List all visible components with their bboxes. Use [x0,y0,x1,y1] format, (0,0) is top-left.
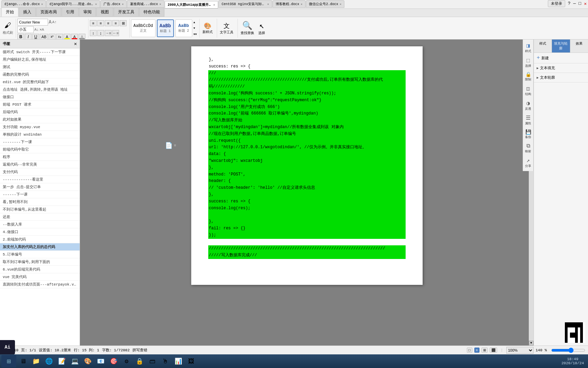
align-center-btn[interactable]: ≡ [97,20,104,26]
outline-item-15[interactable]: 返规代码--非常完美 [0,161,80,168]
outline-item-10[interactable]: 支付功能 mypay.vue [0,123,80,131]
style-sample-h2[interactable]: AaBb 标题 2 [175,19,192,37]
bold-btn[interactable]: B [17,34,24,40]
outline-item-11[interactable]: 单独的设计 wxdindan [0,131,80,138]
outline-item-14[interactable]: 程序 [0,153,80,161]
taskbar-app-10[interactable]: 🗃 [146,355,159,367]
outline-item-25[interactable]: 2.前端加代码 [0,236,80,243]
outline-item-9[interactable]: 此对如效果 [0,116,80,123]
outline-item-7[interactable]: 前端 POST 请求 [0,101,80,108]
ribbon-tab-3[interactable]: 引用 [62,7,79,17]
decrease-indent-btn[interactable]: ←≡ [112,30,119,36]
ribbon-tab-1[interactable]: 插入 [19,7,36,17]
view-btn-3[interactable]: ⊞ [481,348,488,353]
superscript-btn[interactable]: x² [49,34,55,40]
underline-btn[interactable]: U [32,34,39,40]
line-spacing-btn[interactable]: ↕ [90,30,97,36]
tab-item-1[interactable]: django我学习...用途.docx✕ [46,0,100,8]
outline-item-19[interactable]: ------下一课 [0,191,80,198]
zoom-select[interactable]: 显示级别 ▼ 75% 100% 125% 150% [506,347,534,354]
outline-item-32[interactable]: 直跳转到支付成功页面---afterpayok.vue [0,281,80,288]
tab-item-7[interactable]: 微信公众号2.docx✕ [306,0,344,8]
font-decrease-icon[interactable]: A↓ [34,28,39,32]
right-panel-new-btn[interactable]: + 新建 [534,53,588,63]
font-clear-icon[interactable]: ✕A [39,27,44,32]
outline-item-22[interactable]: 还差 [0,213,80,221]
taskbar-app-2[interactable]: 🌐 [43,355,55,367]
outline-item-20[interactable]: 看,暂时用不到 [0,198,80,206]
italic-btn[interactable]: I [25,34,32,40]
taskbar-app-0[interactable]: 🖥 [17,355,29,367]
select-btn[interactable]: ↖ 选择 [257,20,266,36]
outline-item-5[interactable]: 点击地址 选择,并跳转,并使用该 地址 [0,86,80,93]
outline-item-24[interactable]: 4.做接口 [0,228,80,236]
outline-item-4[interactable]: edit.vue 的完整代码如下 [0,78,80,86]
tab-item-0[interactable]: django...命令.docx✕ [1,0,46,8]
outline-item-13[interactable]: 前端代码中取它 [0,146,80,153]
outline-item-29[interactable]: 6.vue的后端完美代码 [0,266,80,273]
distributed-btn[interactable]: ⊞ [120,20,127,26]
tab-item-3[interactable]: 薯推商城...docx✕ [127,0,164,8]
view-btn-4[interactable]: ⬛ [490,348,497,353]
outline-item-17[interactable]: -------------看这里 [0,176,80,183]
outline-item-6[interactable]: 做接口 [0,93,80,101]
ribbon-tab-5[interactable]: 视图 [96,7,113,17]
minimize-icon[interactable]: — [573,1,576,6]
outline-item-21[interactable]: 不到订单编号,从这里看起 [0,206,80,213]
page-hint-btn[interactable]: 📄 ≡ [165,142,176,149]
justify-btn[interactable]: ≡ [112,20,119,26]
help-icon[interactable]: ? [568,1,571,6]
taskbar-app-3[interactable]: 📝 [56,355,68,367]
outline-item-3[interactable]: 函数的完整代码 [0,71,80,78]
tab-item-2[interactable]: 广告.docx✕ [100,0,127,8]
font-increase-icon[interactable]: A↑ [52,20,56,24]
text-tools-btn[interactable]: 文 文字工具 [218,21,235,35]
taskbar-app-12[interactable]: 📊 [172,355,184,367]
outline-item-1[interactable]: 用户编辑好之后,保存地址 [0,56,80,63]
taskbar-app-1[interactable]: 📁 [30,355,42,367]
taskbar-app-4[interactable]: 💻 [69,355,81,367]
outline-item-18[interactable]: 第一步 点击-提交订单 [0,183,80,191]
ribbon-tab-2[interactable]: 页面布局 [36,7,61,17]
ribbon-tab-7[interactable]: 特色功能 [139,7,164,17]
ai-floating-btn[interactable]: Ai [0,340,15,354]
taskbar-app-7[interactable]: 🎯 [108,355,120,367]
right-tab-fill[interactable]: 填充与轮廓 [552,40,570,52]
tab-item-5[interactable]: CentOS8 nginx安装与卸载...看这里,我的网站的修改.docx✕ [218,0,272,8]
outline-item-30[interactable]: vue 完美代码 [0,273,80,281]
outline-item-12[interactable]: --------下一课 [0,138,80,146]
tab-item-4[interactable]: 2000人大群uniapp直播开发文档给学员高阶顶级.docx✕ [165,1,218,9]
right-section-text-outline[interactable]: ▶ 文本轮廓 [534,73,588,82]
right-tab-effect[interactable]: 效果 [570,40,588,52]
outline-item-16[interactable]: 支付代码 [0,168,80,176]
find-replace-btn[interactable]: 🔍 查找替换 [239,20,256,36]
outline-item-27[interactable]: 5.订单编号 [0,251,80,258]
taskbar-app-9[interactable]: 🔒 [133,355,146,367]
font-color-btn[interactable]: A [71,34,78,40]
outline-item-8[interactable]: 后端代码 [0,108,80,116]
view-btn-1[interactable]: □ [467,348,472,353]
new-style-btn[interactable]: 🎨 新样式 [201,21,214,35]
ribbon-tab-4[interactable]: 审阅 [79,7,96,17]
not-logged-btn[interactable]: 未登录 [548,0,565,7]
scroll-down-btn[interactable]: ▼ [529,341,534,346]
close-icon[interactable]: ✕ [584,1,587,6]
ribbon-tab-6[interactable]: 开发工具 [114,7,139,17]
style-sample-h1[interactable]: AaBb 标题 1 [157,19,174,37]
outline-close-icon[interactable]: ✕ [74,41,77,47]
outline-item-2[interactable]: 测试 [0,63,80,71]
taskbar-app-5[interactable]: 🎨 [82,355,94,367]
strikethrough-btn[interactable]: AB [40,34,48,40]
outline-item-28[interactable]: 取不到订单编号,则用下面的 [0,258,80,266]
outline-item-0[interactable]: 循环式 switch 开关-----下一节课 [0,48,80,56]
style-scroll-btn[interactable]: ▲ ▼ ▼▼ [194,19,197,37]
align-right-btn[interactable]: ≡ [105,20,112,26]
start-btn[interactable]: ⊞ [1,355,16,367]
taskbar-app-8[interactable]: ⚙ [120,355,133,367]
taskbar-app-11[interactable]: 🖱 [159,355,172,367]
format-painter-icon[interactable]: 🖌 [4,21,11,30]
style-sample-normal[interactable]: AaBbCcDd 正文 [131,19,156,37]
align-left-btn[interactable]: ≡ [90,20,97,26]
subscript-btn[interactable]: x₂ [56,34,63,40]
right-section-text-fill[interactable]: ▶ 文本填充 [534,63,588,73]
